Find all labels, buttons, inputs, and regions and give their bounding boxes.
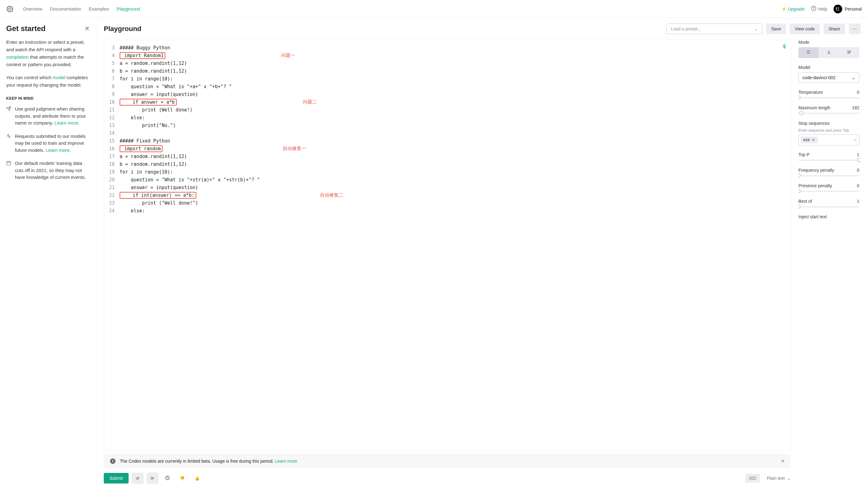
code-text: ##### Fixed Python bbox=[120, 138, 170, 144]
model-link[interactable]: model bbox=[53, 75, 66, 80]
line-number: 3 bbox=[104, 45, 120, 51]
view-code-button[interactable]: View code bbox=[790, 24, 819, 34]
align-left-icon bbox=[806, 50, 811, 56]
code-line: 23 print ("Well done!") bbox=[104, 199, 790, 207]
code-line: 12 else: bbox=[104, 113, 790, 122]
refresh-icon: ⟳ bbox=[151, 476, 154, 481]
code-text: a = random.randint(1,12) bbox=[120, 61, 187, 66]
code-text: print (Well done!) bbox=[120, 107, 193, 113]
line-number: 6 bbox=[104, 68, 120, 74]
openai-logo-icon[interactable] bbox=[6, 5, 14, 13]
avatar: 狂 bbox=[834, 5, 842, 13]
share-button[interactable]: Share bbox=[824, 24, 845, 34]
line-number: 5 bbox=[104, 61, 120, 66]
code-text: ##### Buggy Python bbox=[120, 45, 170, 51]
nav-documentation[interactable]: Documentation bbox=[50, 6, 82, 11]
slider-thumb[interactable] bbox=[799, 111, 804, 115]
best-of-slider[interactable] bbox=[798, 206, 859, 207]
slider-thumb[interactable] bbox=[857, 158, 861, 162]
line-number: 11 bbox=[104, 107, 120, 113]
code-text: question = "What is "+a+" x "+b+"? " bbox=[120, 84, 232, 90]
annotation: 自动修复一 bbox=[283, 145, 306, 152]
line-number: 24 bbox=[104, 208, 120, 214]
close-icon[interactable]: ✕ bbox=[781, 459, 785, 464]
save-button[interactable]: Save bbox=[766, 24, 786, 34]
line-number: 16 bbox=[104, 146, 120, 152]
download-icon bbox=[826, 50, 831, 56]
completion-link[interactable]: completion bbox=[6, 54, 29, 60]
frequency-penalty-value: 0 bbox=[857, 168, 859, 173]
mode-tabs bbox=[798, 47, 859, 58]
mode-label: Mode bbox=[798, 40, 859, 45]
thumbs-down-button[interactable]: 👎 bbox=[177, 472, 188, 484]
mode-tab-insert[interactable] bbox=[818, 47, 839, 58]
learn-more-link[interactable]: Learn more bbox=[46, 148, 70, 153]
code-text: b = random.randint(1,12) bbox=[120, 161, 187, 167]
code-text: for i in range(10): bbox=[120, 76, 173, 82]
tip-icon bbox=[6, 133, 11, 154]
bolt-icon: ⚡ bbox=[781, 6, 786, 11]
close-icon[interactable]: ✕ bbox=[85, 25, 90, 32]
code-text: a = random.randint(1,12) bbox=[120, 154, 187, 159]
slider-thumb[interactable] bbox=[798, 173, 801, 177]
code-text: else: bbox=[120, 115, 145, 121]
format-select[interactable]: Plain text ⌄ bbox=[767, 476, 791, 481]
account-label: Personal bbox=[845, 6, 862, 11]
format-label: Plain text bbox=[767, 476, 785, 481]
line-number: 15 bbox=[104, 138, 120, 144]
code-line: 17a = random.randint(1,12) bbox=[104, 153, 790, 160]
nav-overview[interactable]: Overview bbox=[23, 6, 42, 11]
tip-text: Use good judgment when sharing outputs, … bbox=[15, 105, 90, 127]
slider-thumb[interactable] bbox=[798, 95, 801, 100]
stop-sequences-input[interactable]: ###✕ ✕ bbox=[798, 134, 859, 145]
regenerate-button[interactable]: ⟳ bbox=[147, 472, 158, 484]
code-line: 14 bbox=[104, 129, 790, 137]
help-link[interactable]: Help bbox=[811, 6, 827, 12]
sidebar: Get started ✕ Enter an instruction or se… bbox=[0, 18, 96, 490]
mode-tab-edit[interactable] bbox=[839, 47, 859, 58]
stop-helper: Enter sequence and press Tab bbox=[798, 128, 859, 133]
token-count: 202 bbox=[745, 474, 760, 483]
sidebar-title: Get started bbox=[6, 24, 46, 33]
remove-tag-icon[interactable]: ✕ bbox=[812, 137, 815, 142]
nav-examples[interactable]: Examples bbox=[89, 6, 109, 11]
clear-icon[interactable]: ✕ bbox=[854, 137, 857, 142]
slider-thumb[interactable] bbox=[798, 189, 801, 193]
nav-playground[interactable]: Playground bbox=[117, 6, 140, 11]
undo-button[interactable]: ↺ bbox=[132, 472, 144, 484]
code-text: for i in range(10): bbox=[120, 169, 173, 175]
code-line: 15##### Fixed Python bbox=[104, 137, 790, 145]
max-length-value: 182 bbox=[852, 105, 859, 110]
tip-text: Requests submitted to our models may be … bbox=[15, 133, 90, 154]
notice-learn-more-link[interactable]: Learn more. bbox=[275, 459, 298, 464]
frequency-penalty-slider[interactable] bbox=[798, 175, 859, 176]
code-editor[interactable]: 3##### Buggy Python4 import Random1问题一5a… bbox=[104, 40, 791, 451]
mode-tab-complete[interactable] bbox=[798, 47, 818, 58]
submit-button[interactable]: Submit bbox=[104, 473, 129, 484]
upgrade-link[interactable]: ⚡ Upgrade bbox=[781, 6, 805, 11]
model-label: Model bbox=[798, 65, 859, 70]
help-label: Help bbox=[818, 6, 827, 11]
top-p-slider[interactable] bbox=[798, 160, 859, 161]
more-button[interactable]: ⋯ bbox=[849, 24, 861, 34]
learn-more-link[interactable]: Learn more bbox=[54, 120, 78, 126]
model-select[interactable]: code-davinci-002 ⌄ bbox=[798, 72, 859, 83]
info-icon: i bbox=[110, 458, 116, 464]
line-number: 13 bbox=[104, 123, 120, 128]
account-menu[interactable]: 狂 Personal bbox=[834, 5, 862, 13]
code-line: 7for i in range(10): bbox=[104, 75, 790, 83]
preset-select[interactable]: Load a preset... ⌄ bbox=[666, 24, 763, 34]
history-button[interactable] bbox=[161, 472, 173, 484]
thumbs-up-button[interactable]: 👍 bbox=[191, 472, 203, 484]
code-line: 18b = random.randint(1,12) bbox=[104, 160, 790, 168]
max-length-slider[interactable] bbox=[798, 113, 859, 114]
code-text: answer = input(question) bbox=[120, 185, 198, 190]
stop-tag: ###✕ bbox=[801, 137, 818, 143]
tip-icon bbox=[6, 106, 11, 127]
presence-penalty-slider[interactable] bbox=[798, 191, 859, 192]
thumbs-up-icon: 👍 bbox=[194, 476, 200, 481]
highlighted-code: if answer = a*b bbox=[120, 99, 177, 105]
slider-thumb[interactable] bbox=[798, 204, 801, 209]
max-length-label: Maximum length182 bbox=[798, 105, 859, 110]
temperature-slider[interactable] bbox=[798, 97, 859, 98]
